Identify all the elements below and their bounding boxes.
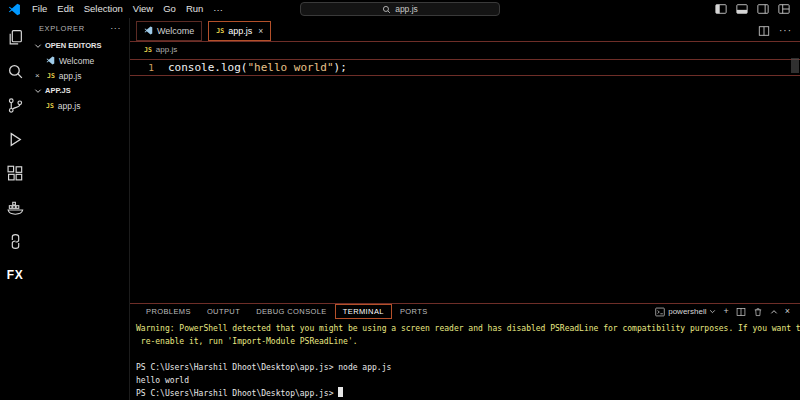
extensions-icon[interactable] (6, 164, 24, 182)
kill-terminal-icon[interactable] (753, 307, 763, 317)
js-file-icon: JS (47, 72, 55, 80)
tab-output[interactable]: OUTPUT (199, 304, 248, 319)
js-file-icon: JS (144, 46, 152, 54)
tab-appjs[interactable]: JS app.js × (208, 21, 271, 41)
run-debug-icon[interactable] (6, 130, 24, 148)
sidebar-title: EXPLORER (39, 24, 85, 33)
close-panel-icon[interactable]: × (785, 307, 790, 316)
terminal-line: Warning: PowerShell detected that you mi… (136, 322, 800, 335)
editor-scrollbar[interactable] (791, 58, 799, 73)
source-control-icon[interactable] (6, 96, 24, 114)
panel-actions: powershell + × (655, 307, 800, 317)
sidebar-more-icon[interactable]: ··· (110, 23, 121, 33)
section-folder-appjs[interactable]: APP.JS (30, 83, 129, 98)
chevron-down-icon (34, 87, 42, 95)
toggle-secondary-sidebar-icon[interactable] (757, 3, 769, 15)
chevron-down-icon (709, 308, 716, 315)
explorer-sidebar: EXPLORER ··· OPEN EDITORS Welcome × JS a… (30, 18, 130, 400)
tab-label: Welcome (157, 26, 194, 36)
code-string: "hello world" (247, 61, 333, 74)
line-number: 1 (130, 62, 154, 73)
tab-ports[interactable]: PORTS (392, 304, 436, 319)
customize-layout-icon[interactable] (778, 3, 790, 15)
maximize-panel-icon[interactable] (770, 308, 778, 316)
breadcrumb-file: app.js (156, 45, 177, 54)
split-editor-icon[interactable] (758, 25, 770, 37)
tab-label: app.js (228, 26, 252, 36)
code-text: console.log( (168, 61, 247, 74)
editor-tab-bar: Welcome JS app.js × ··· (130, 18, 800, 42)
close-icon[interactable]: × (35, 71, 43, 80)
menu-selection[interactable]: Selection (79, 0, 128, 18)
tab-problems[interactable]: PROBLEMS (138, 304, 199, 319)
title-bar: File Edit Selection View Go Run ··· app.… (0, 0, 800, 18)
terminal-line: re-enable it, run 'Import-Module PSReadL… (136, 335, 800, 348)
file-appjs[interactable]: JS app.js (30, 98, 129, 113)
menu-go[interactable]: Go (158, 0, 181, 18)
search-icon[interactable] (6, 62, 24, 80)
menu-run[interactable]: Run (181, 0, 208, 18)
code-text: ); (334, 61, 347, 74)
panel-tab-bar: PROBLEMS OUTPUT DEBUG CONSOLE TERMINAL P… (130, 304, 800, 319)
menu-edit[interactable]: Edit (52, 0, 78, 18)
search-value: app.js (395, 4, 418, 14)
python-icon[interactable] (6, 232, 24, 250)
tab-debug-console[interactable]: DEBUG CONSOLE (248, 304, 335, 319)
command-center-search[interactable]: app.js (300, 2, 500, 16)
shell-label: powershell (668, 307, 706, 316)
terminal-icon (655, 307, 665, 317)
terminal-prompt-line: PS C:\Users\Harshil Dhoot\Desktop\app.js… (136, 387, 800, 400)
open-editor-welcome[interactable]: Welcome (30, 53, 129, 68)
tab-welcome[interactable]: Welcome (136, 21, 202, 41)
docker-icon[interactable] (6, 198, 24, 216)
chevron-down-icon (34, 42, 42, 50)
terminal-cursor (338, 387, 343, 397)
search-icon (382, 5, 391, 14)
code-editor[interactable]: 1 console.log("hello world"); (130, 57, 800, 303)
terminal-line: hello world (136, 374, 800, 387)
js-file-icon: JS (46, 102, 54, 110)
close-icon[interactable]: × (258, 26, 263, 36)
menu-more-icon[interactable]: ··· (208, 4, 228, 15)
activity-bar: FX (0, 18, 30, 400)
toggle-sidebar-icon[interactable] (715, 3, 727, 15)
explorer-icon[interactable] (6, 28, 24, 46)
shell-selector[interactable]: powershell (655, 307, 716, 317)
vscode-file-icon (144, 26, 153, 35)
breadcrumb[interactable]: JS app.js (130, 42, 800, 57)
section-label: APP.JS (45, 86, 71, 95)
js-file-icon: JS (216, 27, 224, 35)
vscode-file-icon (46, 56, 55, 65)
fx-extension-icon[interactable]: FX (7, 268, 23, 282)
toggle-panel-icon[interactable] (736, 3, 748, 15)
layout-controls (715, 3, 790, 15)
menu-view[interactable]: View (128, 0, 158, 18)
terminal-line (136, 348, 800, 361)
section-open-editors[interactable]: OPEN EDITORS (30, 38, 129, 53)
terminal-output[interactable]: Warning: PowerShell detected that you mi… (130, 319, 800, 400)
new-terminal-icon[interactable]: + (723, 307, 728, 316)
editor-more-actions-icon[interactable]: ··· (779, 25, 792, 36)
bottom-panel: PROBLEMS OUTPUT DEBUG CONSOLE TERMINAL P… (130, 303, 800, 400)
terminal-line: PS C:\Users\Harshil Dhoot\Desktop\app.js… (136, 361, 800, 374)
item-label: app.js (59, 71, 82, 81)
item-label: app.js (58, 101, 81, 111)
tab-terminal[interactable]: TERMINAL (335, 304, 392, 319)
open-editor-appjs[interactable]: × JS app.js (30, 68, 129, 83)
section-label: OPEN EDITORS (45, 41, 102, 50)
code-line-1[interactable]: 1 console.log("hello world"); (130, 59, 800, 76)
menu-file[interactable]: File (27, 0, 52, 18)
item-label: Welcome (59, 56, 94, 66)
vscode-logo-icon (8, 3, 21, 16)
split-terminal-icon[interactable] (736, 307, 746, 317)
